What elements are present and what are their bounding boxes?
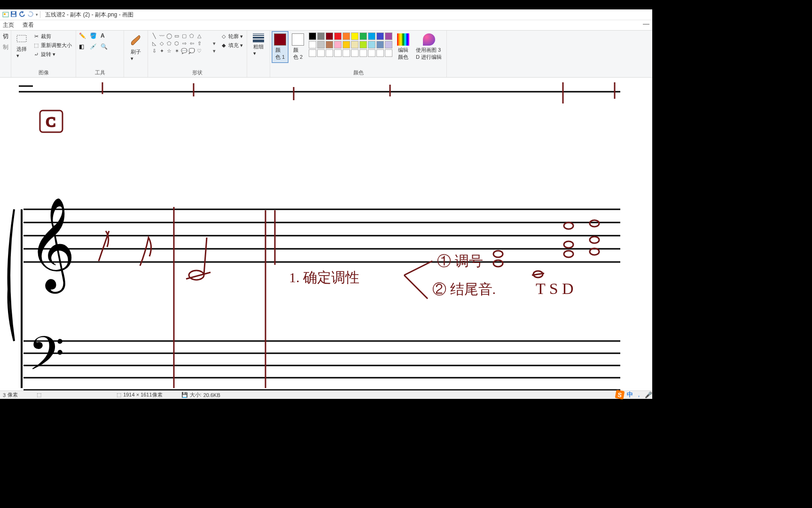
- shape-arrowd-icon[interactable]: ⇩: [151, 48, 157, 54]
- shape-curve-icon[interactable]: 〰: [158, 32, 165, 39]
- shapes-gallery[interactable]: ╲ 〰 ◯ ▭ ▢ ⬠ △ ◺ ◇ ⬠ ⬡ ⇨ ⇦ ⇧ ▾ ⇩: [151, 32, 217, 54]
- color2-swatch: [292, 33, 304, 46]
- cut-button[interactable]: 切: [3, 32, 8, 40]
- svg-text:𝄞: 𝄞: [28, 198, 75, 294]
- palette-swatch[interactable]: [343, 49, 350, 57]
- color1-button[interactable]: 颜色 1: [273, 32, 287, 62]
- palette-swatch[interactable]: [368, 41, 375, 48]
- shape-polygon-icon[interactable]: ⬠: [188, 32, 195, 39]
- text-icon[interactable]: A: [101, 32, 110, 39]
- palette-swatch[interactable]: [326, 49, 333, 57]
- palette-swatch[interactable]: [343, 32, 350, 40]
- shape-star6-icon[interactable]: ✶: [173, 48, 180, 54]
- palette-swatch[interactable]: [334, 49, 342, 57]
- colors-group-label: 颜色: [273, 68, 444, 76]
- minimize-button[interactable]: —: [643, 20, 649, 27]
- shape-arrowl-icon[interactable]: ⇦: [188, 40, 195, 47]
- shape-pentagon-icon[interactable]: ⬠: [166, 40, 172, 47]
- shape-oval-icon[interactable]: ◯: [166, 32, 172, 39]
- palette-swatch[interactable]: [368, 49, 375, 57]
- palette-swatch[interactable]: [385, 41, 392, 48]
- shape-fill-button[interactable]: ◆填充▾: [219, 41, 244, 49]
- palette-swatch[interactable]: [359, 49, 367, 57]
- palette-swatch[interactable]: [309, 32, 316, 40]
- status-selection: ⬚: [37, 392, 41, 398]
- palette-swatch[interactable]: [359, 41, 367, 48]
- select-button[interactable]: 选择▾: [14, 32, 29, 60]
- shape-diamond-icon[interactable]: ◇: [158, 40, 165, 47]
- color-picker-icon[interactable]: 💉: [90, 43, 99, 50]
- shape-callout2-icon[interactable]: 💭: [188, 48, 195, 54]
- letterbox-bottom: [0, 400, 812, 508]
- shape-line-icon[interactable]: ╲: [151, 32, 157, 39]
- shape-callout1-icon[interactable]: 💬: [181, 48, 187, 54]
- redo-icon[interactable]: [27, 11, 35, 18]
- undo-icon[interactable]: [19, 11, 26, 18]
- copy-button[interactable]: 制: [3, 43, 8, 51]
- palette-swatch[interactable]: [343, 41, 350, 48]
- palette-swatch[interactable]: [359, 32, 367, 40]
- resize-button[interactable]: ⬚重新调整大小: [32, 41, 73, 49]
- shape-arrowu-icon[interactable]: ⇧: [196, 40, 203, 47]
- magnifier-icon[interactable]: 🔍: [101, 43, 110, 50]
- svg-point-39: [493, 260, 503, 267]
- shape-arrowr-icon[interactable]: ⇨: [181, 40, 187, 47]
- thickness-button[interactable]: 粗细▾: [250, 32, 267, 57]
- shape-hexagon-icon[interactable]: ⬡: [173, 40, 180, 47]
- rotate-button[interactable]: ⤾旋转 ▾: [32, 50, 73, 58]
- shape-star5-icon[interactable]: ☆: [166, 48, 172, 54]
- ime-lang[interactable]: 中: [627, 390, 633, 399]
- color2-button[interactable]: 颜色 2: [290, 32, 306, 62]
- bucket-icon[interactable]: 🪣: [90, 32, 99, 39]
- palette-swatch[interactable]: [317, 41, 325, 48]
- shape-triangle-icon[interactable]: △: [196, 32, 203, 39]
- brush-button[interactable]: 刷子▾: [127, 32, 145, 63]
- eraser-icon[interactable]: ◧: [79, 43, 88, 50]
- svg-point-1: [4, 13, 6, 15]
- palette-swatch[interactable]: [376, 32, 384, 40]
- svg-text:𝄢: 𝄢: [28, 327, 64, 390]
- canvas-area[interactable]: C 𝄞: [0, 78, 652, 390]
- palette-swatch[interactable]: [385, 49, 392, 57]
- palette-swatch[interactable]: [309, 49, 316, 57]
- palette-swatch[interactable]: [326, 32, 333, 40]
- save-icon[interactable]: [10, 11, 18, 18]
- tools-group: ✏️ 🪣 A ◧ 💉 🔍 工具: [76, 31, 124, 77]
- ime-toolbar[interactable]: S 中 ， 🎤: [616, 390, 652, 399]
- crop-button[interactable]: ✂裁剪: [32, 32, 73, 40]
- tab-view[interactable]: 查看: [23, 21, 34, 29]
- shape-rtri-icon[interactable]: ◺: [151, 40, 157, 47]
- palette-swatch[interactable]: [385, 32, 392, 40]
- palette-swatch[interactable]: [317, 32, 325, 40]
- palette-swatch[interactable]: [351, 32, 359, 40]
- palette-swatch[interactable]: [309, 41, 316, 48]
- palette-swatch[interactable]: [326, 41, 333, 48]
- palette-swatch[interactable]: [334, 32, 342, 40]
- shape-heart-icon[interactable]: ♡: [196, 48, 203, 54]
- paint3d-button[interactable]: 使用画图 3D 进行编辑: [414, 32, 444, 62]
- status-position: 3像素: [3, 391, 18, 398]
- palette-swatch[interactable]: [376, 49, 384, 57]
- shape-star4-icon[interactable]: ✦: [158, 48, 165, 54]
- palette-swatch[interactable]: [317, 49, 325, 57]
- thickness-icon: [252, 33, 265, 42]
- shape-outline-button[interactable]: ◇轮廓▾: [219, 32, 244, 40]
- palette-swatch[interactable]: [351, 49, 359, 57]
- sogou-icon[interactable]: S: [615, 390, 625, 400]
- pencil-icon[interactable]: ✏️: [79, 32, 88, 39]
- select-marquee-icon: [16, 33, 27, 45]
- palette-swatch[interactable]: [334, 41, 342, 48]
- palette-swatch[interactable]: [368, 32, 375, 40]
- palette-swatch[interactable]: [351, 41, 359, 48]
- shape-rect-icon[interactable]: ▭: [173, 32, 180, 39]
- ime-punct[interactable]: ，: [636, 390, 642, 399]
- selection-icon: ⬚: [37, 392, 41, 398]
- tab-home[interactable]: 主页: [3, 21, 14, 29]
- shapes-group: ╲ 〰 ◯ ▭ ▢ ⬠ △ ◺ ◇ ⬠ ⬡ ⇨ ⇦ ⇧ ▾ ⇩: [148, 31, 247, 77]
- edit-colors-button[interactable]: 编辑颜色: [395, 32, 411, 62]
- shape-roundrect-icon[interactable]: ▢: [181, 32, 187, 39]
- palette-swatch[interactable]: [376, 41, 384, 48]
- ime-mic-icon[interactable]: 🎤: [645, 391, 652, 398]
- color-palette[interactable]: [309, 32, 392, 57]
- qat-dropdown-icon[interactable]: ▾: [36, 12, 38, 17]
